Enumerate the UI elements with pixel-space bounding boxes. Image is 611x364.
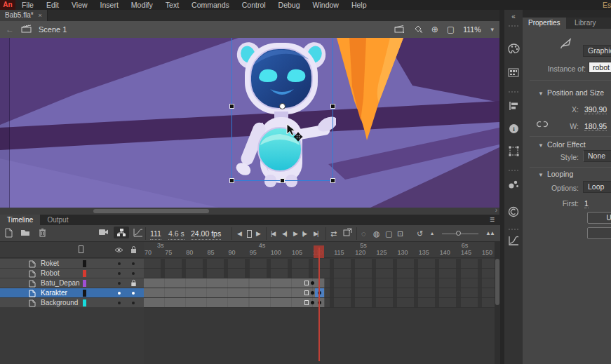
close-icon[interactable]: × — [39, 10, 42, 21]
lock-icon[interactable] — [130, 245, 137, 254]
tab-properties[interactable]: Properties — [523, 18, 566, 29]
lip-syncing-button[interactable]: Lip S — [587, 227, 611, 239]
edit-scene-icon[interactable] — [394, 25, 405, 34]
layer-lock-dot[interactable] — [132, 292, 135, 295]
layer-lock-dot[interactable] — [132, 262, 135, 265]
layer-outline-color-swatch[interactable] — [83, 299, 86, 306]
layer-visibility-dot[interactable] — [118, 302, 121, 304]
layer-visibility-dot[interactable] — [118, 272, 121, 275]
frames-area[interactable]: 7075808590951001051101151201251301351401… — [144, 242, 495, 364]
menu-item-modify[interactable]: Modify — [125, 0, 159, 10]
menu-item-window[interactable]: Window — [307, 0, 345, 10]
onion-skin-outlines-button[interactable]: ◍ — [373, 228, 380, 239]
frame-span[interactable] — [144, 298, 325, 307]
layer-name[interactable]: Robot — [41, 269, 60, 277]
onion-skin-button[interactable]: ◌ — [361, 228, 366, 239]
scroll-right-icon[interactable]: › — [495, 206, 497, 214]
timeline-zoom-out-icon[interactable]: ▴ — [431, 228, 434, 239]
keyframe-dot[interactable] — [311, 281, 314, 285]
layer-name[interactable]: Roket — [41, 259, 59, 267]
symbol-type-dropdown[interactable]: Graphic — [583, 45, 611, 57]
timeline-zoom-slider[interactable] — [442, 234, 478, 234]
selection-handle-right[interactable] — [330, 104, 335, 109]
use-frame-picker-button[interactable]: Use Fra — [587, 212, 611, 224]
tab-library[interactable]: Library — [569, 18, 602, 29]
layer-row-karakter[interactable]: Karakter — [0, 288, 144, 298]
reset-timeline-zoom-button[interactable]: ↺ — [417, 228, 423, 239]
layer-name[interactable]: Background — [41, 299, 78, 306]
w-value[interactable]: 180,95 — [584, 122, 607, 131]
stage-canvas[interactable] — [0, 38, 499, 208]
motion-graph-button[interactable] — [133, 228, 143, 237]
keyframe-dot[interactable] — [311, 301, 314, 304]
loop-options-dropdown[interactable]: Loop — [583, 181, 611, 193]
selection-right-edge[interactable] — [333, 38, 333, 181]
info-panel-icon[interactable]: i — [504, 123, 523, 137]
first-frame-value[interactable]: 1 — [584, 199, 589, 208]
menu-item-edit[interactable]: Edit — [40, 0, 65, 10]
layer-name[interactable]: Karakter — [41, 289, 67, 297]
carrot-shape[interactable] — [335, 38, 405, 142]
menu-item-debug[interactable]: Debug — [272, 0, 307, 10]
color-panel-icon[interactable] — [504, 43, 523, 57]
layer-row-batu_depan[interactable]: Batu_Depan — [0, 278, 144, 288]
delete-layer-button[interactable] — [39, 228, 46, 237]
clip-content-icon[interactable]: ▢ — [447, 25, 455, 34]
selection-handle-bottom-right[interactable] — [330, 178, 335, 183]
cc-libraries-panel-icon[interactable] — [504, 206, 523, 220]
animate-logo[interactable]: An — [0, 0, 15, 10]
eye-icon[interactable] — [114, 247, 123, 253]
frame-span[interactable] — [144, 288, 325, 297]
brush-library-panel-icon[interactable] — [504, 180, 523, 192]
menu-item-commands[interactable]: Commands — [185, 0, 236, 10]
keyframe-dot[interactable] — [311, 291, 314, 295]
section-color-effect[interactable]: ▼Color Effect — [538, 140, 586, 149]
layer-parenting-button[interactable] — [114, 227, 129, 238]
layer-outline-color-swatch[interactable] — [83, 280, 86, 287]
playhead-line[interactable] — [318, 248, 320, 361]
align-panel-icon[interactable] — [504, 101, 523, 114]
selection-handle-bottom-center[interactable] — [280, 178, 285, 183]
step-forward-one-frame-button[interactable]: |▶ — [302, 228, 306, 239]
frame-rate-field[interactable]: 24.00 fps — [191, 228, 221, 240]
new-layer-button[interactable] — [4, 228, 13, 238]
transform-point[interactable] — [279, 103, 286, 109]
layer-visibility-dot[interactable] — [118, 262, 121, 265]
robot-character[interactable] — [228, 39, 336, 187]
selection-left-edge[interactable] — [231, 38, 232, 181]
collapse-panels-icon[interactable]: « — [504, 13, 523, 20]
layer-row-background[interactable]: Background — [0, 298, 144, 308]
zoom-level-select[interactable]: 111% ▾ — [463, 25, 494, 34]
layer-locked-icon[interactable] — [130, 279, 137, 288]
play-button[interactable]: ▶ — [293, 228, 298, 239]
elapsed-time-field[interactable]: 4.6 s — [168, 228, 184, 240]
loop-range-button[interactable] — [343, 228, 352, 236]
scene-name[interactable]: Scene 1 — [39, 25, 67, 34]
back-icon[interactable]: ← — [6, 25, 14, 34]
panel-divider[interactable] — [499, 10, 504, 364]
layer-outline-color-swatch[interactable] — [83, 290, 86, 297]
slider-knob[interactable] — [456, 231, 461, 236]
resize-to-fit-icon[interactable]: ▲▲ — [485, 228, 494, 239]
outline-color-column-icon[interactable] — [79, 245, 83, 253]
selection-handle-left[interactable] — [229, 104, 234, 109]
layer-visibility-dot[interactable] — [118, 282, 121, 285]
menu-item-file[interactable]: File — [15, 0, 40, 10]
go-to-last-frame-button[interactable]: ▶| — [314, 228, 317, 239]
workspace-label[interactable]: Es — [603, 1, 611, 9]
new-folder-button[interactable] — [20, 228, 30, 236]
center-playhead-icon[interactable] — [247, 229, 252, 241]
layer-outline-color-swatch[interactable] — [83, 270, 86, 277]
section-looping[interactable]: ▼Looping — [538, 170, 573, 178]
menu-item-text[interactable]: Text — [159, 0, 185, 10]
document-tab[interactable]: Bab5.fla* × — [0, 10, 48, 21]
swatches-panel-icon[interactable] — [504, 67, 523, 80]
loop-playback-button[interactable]: ⇄ — [330, 228, 337, 239]
style-dropdown[interactable]: None — [583, 150, 611, 162]
tab-output[interactable]: Output — [40, 215, 75, 225]
center-frame-icon[interactable]: ⊕ — [431, 25, 438, 34]
timeline-vertical-scrollbar[interactable] — [495, 242, 500, 364]
go-to-first-frame-button[interactable]: |◀ — [271, 228, 274, 239]
panel-menu-icon[interactable]: ≡ — [490, 215, 495, 224]
layer-name[interactable]: Batu_Depan — [41, 279, 80, 287]
